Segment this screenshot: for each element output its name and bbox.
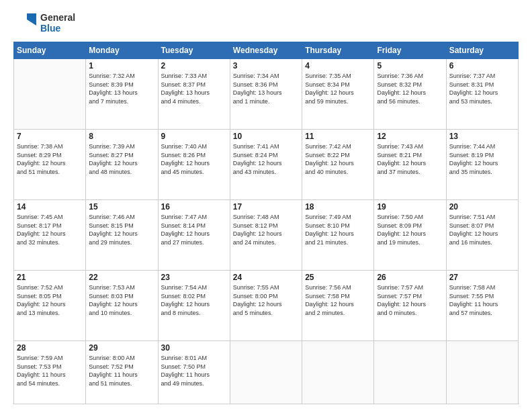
logo-blue: Blue — [40, 23, 75, 34]
calendar-cell: 30Sunrise: 8:01 AM Sunset: 7:50 PM Dayli… — [158, 341, 230, 404]
calendar-cell: 9Sunrise: 7:40 AM Sunset: 8:26 PM Daylig… — [158, 130, 230, 200]
weekday-tuesday: Tuesday — [158, 42, 230, 59]
day-info: Sunrise: 7:38 AM Sunset: 8:29 PM Dayligh… — [17, 142, 83, 176]
day-number: 9 — [161, 132, 227, 141]
day-info: Sunrise: 7:58 AM Sunset: 7:55 PM Dayligh… — [449, 283, 515, 317]
week-row-5: 28Sunrise: 7:59 AM Sunset: 7:53 PM Dayli… — [14, 341, 519, 404]
calendar-cell: 16Sunrise: 7:47 AM Sunset: 8:14 PM Dayli… — [158, 200, 230, 271]
day-info: Sunrise: 7:32 AM Sunset: 8:39 PM Dayligh… — [89, 72, 154, 105]
day-number: 13 — [449, 132, 515, 141]
day-number: 3 — [233, 61, 299, 71]
day-number: 12 — [377, 132, 443, 141]
day-info: Sunrise: 7:42 AM Sunset: 8:22 PM Dayligh… — [305, 142, 371, 176]
day-number: 14 — [17, 202, 83, 212]
day-number: 16 — [161, 202, 227, 212]
weekday-friday: Friday — [374, 42, 446, 59]
calendar-cell: 17Sunrise: 7:48 AM Sunset: 8:12 PM Dayli… — [230, 200, 302, 271]
weekday-header-row: SundayMondayTuesdayWednesdayThursdayFrid… — [14, 42, 519, 59]
day-number: 18 — [305, 202, 371, 212]
day-info: Sunrise: 7:56 AM Sunset: 7:58 PM Dayligh… — [305, 283, 371, 317]
day-number: 17 — [233, 202, 299, 212]
day-info: Sunrise: 8:01 AM Sunset: 7:50 PM Dayligh… — [161, 354, 227, 387]
day-info: Sunrise: 7:47 AM Sunset: 8:14 PM Dayligh… — [161, 213, 227, 246]
day-number: 24 — [233, 273, 299, 282]
calendar-cell — [374, 341, 446, 404]
calendar-cell: 22Sunrise: 7:53 AM Sunset: 8:03 PM Dayli… — [86, 271, 158, 341]
day-number: 11 — [305, 132, 371, 141]
day-number: 4 — [305, 61, 371, 71]
day-number: 6 — [449, 61, 515, 71]
day-number: 5 — [377, 61, 443, 71]
calendar-cell: 24Sunrise: 7:55 AM Sunset: 8:00 PM Dayli… — [230, 271, 302, 341]
calendar-cell — [302, 341, 374, 404]
logo-general: General — [40, 12, 75, 23]
calendar-cell: 23Sunrise: 7:54 AM Sunset: 8:02 PM Dayli… — [158, 271, 230, 341]
calendar-cell: 21Sunrise: 7:52 AM Sunset: 8:05 PM Dayli… — [14, 271, 86, 341]
calendar-cell: 12Sunrise: 7:43 AM Sunset: 8:21 PM Dayli… — [374, 130, 446, 200]
weekday-wednesday: Wednesday — [230, 42, 302, 59]
day-info: Sunrise: 7:49 AM Sunset: 8:10 PM Dayligh… — [305, 213, 371, 246]
calendar-cell: 18Sunrise: 7:49 AM Sunset: 8:10 PM Dayli… — [302, 200, 374, 271]
calendar-cell: 19Sunrise: 7:50 AM Sunset: 8:09 PM Dayli… — [374, 200, 446, 271]
day-info: Sunrise: 7:41 AM Sunset: 8:24 PM Dayligh… — [233, 142, 299, 176]
week-row-4: 21Sunrise: 7:52 AM Sunset: 8:05 PM Dayli… — [14, 271, 519, 341]
day-info: Sunrise: 7:54 AM Sunset: 8:02 PM Dayligh… — [161, 283, 227, 317]
day-number: 20 — [449, 202, 515, 212]
week-row-1: 1Sunrise: 7:32 AM Sunset: 8:39 PM Daylig… — [14, 59, 519, 130]
day-number: 28 — [17, 343, 83, 353]
calendar-cell — [446, 341, 518, 404]
day-number: 29 — [89, 343, 154, 353]
calendar-cell: 7Sunrise: 7:38 AM Sunset: 8:29 PM Daylig… — [14, 130, 86, 200]
calendar-cell: 14Sunrise: 7:45 AM Sunset: 8:17 PM Dayli… — [14, 200, 86, 271]
calendar-table: SundayMondayTuesdayWednesdayThursdayFrid… — [13, 42, 519, 404]
day-number: 19 — [377, 202, 443, 212]
calendar-cell: 8Sunrise: 7:39 AM Sunset: 8:27 PM Daylig… — [86, 130, 158, 200]
day-info: Sunrise: 8:00 AM Sunset: 7:52 PM Dayligh… — [89, 354, 154, 387]
header: GeneralBlue — [13, 11, 519, 35]
calendar-cell: 4Sunrise: 7:35 AM Sunset: 8:34 PM Daylig… — [302, 59, 374, 130]
week-row-2: 7Sunrise: 7:38 AM Sunset: 8:29 PM Daylig… — [14, 130, 519, 200]
calendar-cell: 13Sunrise: 7:44 AM Sunset: 8:19 PM Dayli… — [446, 130, 518, 200]
calendar-cell — [14, 59, 86, 130]
weekday-sunday: Sunday — [14, 42, 86, 59]
calendar-cell: 2Sunrise: 7:33 AM Sunset: 8:37 PM Daylig… — [158, 59, 230, 130]
day-info: Sunrise: 7:51 AM Sunset: 8:07 PM Dayligh… — [449, 213, 515, 246]
day-info: Sunrise: 7:46 AM Sunset: 8:15 PM Dayligh… — [89, 213, 154, 246]
day-info: Sunrise: 7:50 AM Sunset: 8:09 PM Dayligh… — [377, 213, 443, 246]
calendar-cell: 15Sunrise: 7:46 AM Sunset: 8:15 PM Dayli… — [86, 200, 158, 271]
day-number: 1 — [89, 61, 154, 71]
day-info: Sunrise: 7:39 AM Sunset: 8:27 PM Dayligh… — [89, 142, 154, 176]
day-info: Sunrise: 7:44 AM Sunset: 8:19 PM Dayligh… — [449, 142, 515, 176]
day-info: Sunrise: 7:53 AM Sunset: 8:03 PM Dayligh… — [89, 283, 154, 317]
day-info: Sunrise: 7:36 AM Sunset: 8:32 PM Dayligh… — [377, 72, 443, 105]
calendar-cell: 25Sunrise: 7:56 AM Sunset: 7:58 PM Dayli… — [302, 271, 374, 341]
logo: GeneralBlue — [13, 11, 75, 35]
day-info: Sunrise: 7:52 AM Sunset: 8:05 PM Dayligh… — [17, 283, 83, 317]
day-info: Sunrise: 7:43 AM Sunset: 8:21 PM Dayligh… — [377, 142, 443, 176]
day-info: Sunrise: 7:45 AM Sunset: 8:17 PM Dayligh… — [17, 213, 83, 246]
calendar-cell: 3Sunrise: 7:34 AM Sunset: 8:36 PM Daylig… — [230, 59, 302, 130]
day-info: Sunrise: 7:35 AM Sunset: 8:34 PM Dayligh… — [305, 72, 371, 105]
day-info: Sunrise: 7:37 AM Sunset: 8:31 PM Dayligh… — [449, 72, 515, 105]
day-info: Sunrise: 7:55 AM Sunset: 8:00 PM Dayligh… — [233, 283, 299, 317]
day-info: Sunrise: 7:34 AM Sunset: 8:36 PM Dayligh… — [233, 72, 299, 105]
calendar-cell: 29Sunrise: 8:00 AM Sunset: 7:52 PM Dayli… — [86, 341, 158, 404]
calendar-cell: 10Sunrise: 7:41 AM Sunset: 8:24 PM Dayli… — [230, 130, 302, 200]
day-number: 25 — [305, 273, 371, 282]
day-number: 23 — [161, 273, 227, 282]
weekday-saturday: Saturday — [446, 42, 518, 59]
day-number: 30 — [161, 343, 227, 353]
calendar-cell: 6Sunrise: 7:37 AM Sunset: 8:31 PM Daylig… — [446, 59, 518, 130]
day-number: 22 — [89, 273, 154, 282]
calendar-cell: 27Sunrise: 7:58 AM Sunset: 7:55 PM Dayli… — [446, 271, 518, 341]
day-number: 2 — [161, 61, 227, 71]
svg-marker-0 — [27, 13, 36, 26]
calendar-cell: 26Sunrise: 7:57 AM Sunset: 7:57 PM Dayli… — [374, 271, 446, 341]
day-number: 26 — [377, 273, 443, 282]
calendar-cell: 11Sunrise: 7:42 AM Sunset: 8:22 PM Dayli… — [302, 130, 374, 200]
general-blue-logo-icon — [13, 11, 38, 35]
week-row-3: 14Sunrise: 7:45 AM Sunset: 8:17 PM Dayli… — [14, 200, 519, 271]
day-number: 8 — [89, 132, 154, 141]
day-number: 15 — [89, 202, 154, 212]
day-number: 21 — [17, 273, 83, 282]
